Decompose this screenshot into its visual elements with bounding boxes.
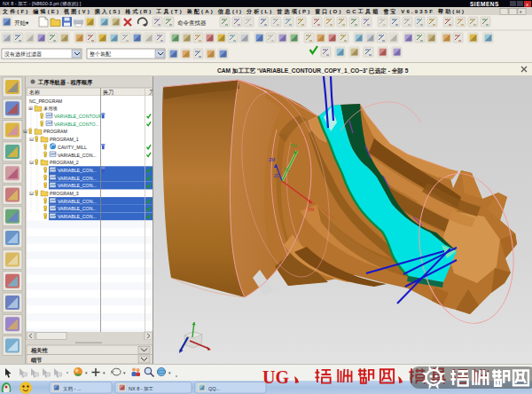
- svg-text:VARIABLE_CON...: VARIABLE_CON...: [58, 214, 97, 219]
- svg-text:⊟: ⊟: [23, 129, 27, 134]
- svg-text:PROGRAM_3: PROGRAM_3: [50, 191, 79, 196]
- svg-text:VARIABLE_CON...: VARIABLE_CON...: [58, 183, 97, 188]
- svg-text:ZC: ZC: [274, 174, 280, 178]
- svg-text:PROGRAM_2: PROGRAM_2: [50, 160, 79, 165]
- svg-text:ZM: ZM: [269, 157, 275, 162]
- svg-text:XM: XM: [308, 207, 315, 212]
- svg-text:换刀: 换刀: [103, 90, 113, 96]
- svg-text:文档 - ...: 文档 - ...: [63, 386, 82, 392]
- svg-text:相关性: 相关性: [30, 347, 48, 354]
- svg-text:NC_PROGRAM: NC_PROGRAM: [29, 98, 62, 104]
- svg-text:⊞: ⊞: [28, 106, 33, 111]
- svg-text:没有选择过滤器: 没有选择过滤器: [4, 51, 42, 58]
- svg-text:VARIABLE_CON...: VARIABLE_CON...: [58, 199, 97, 204]
- svg-text:NX 8 - 加工: NX 8 - 加工: [129, 386, 154, 391]
- svg-text:VARIABLE_CONTO...: VARIABLE_CONTO...: [54, 122, 99, 127]
- svg-text:VARIABLE_CON...: VARIABLE_CON...: [58, 206, 97, 211]
- svg-text:未用项: 未用项: [43, 106, 58, 112]
- svg-text:细节: 细节: [30, 357, 42, 364]
- svg-text:NX 8 - 加工 - [N8600-3.prt (修改的): NX 8 - 加工 - [N8600-3.prt (修改的) ]: [3, 1, 82, 7]
- svg-text:CAM 加工工艺 ‘VARIABLE_CONTOUR_COP: CAM 加工工艺 ‘VARIABLE_CONTOUR_COPY_1_CO~3’ …: [217, 67, 409, 75]
- svg-text:VARIABLE_CON...: VARIABLE_CON...: [58, 153, 97, 158]
- svg-text:VARIABLE_CON...: VARIABLE_CON...: [58, 168, 97, 173]
- svg-text:⊟: ⊟: [29, 160, 34, 165]
- svg-text:VARIABLE_CONTOUR: VARIABLE_CONTOUR: [54, 114, 102, 119]
- svg-text:⊟: ⊟: [29, 191, 34, 196]
- svg-text:命令查找器: 命令查找器: [177, 20, 207, 27]
- svg-text:QQ...: QQ...: [208, 386, 221, 391]
- svg-text:整个装配: 整个装配: [90, 51, 111, 58]
- svg-text:CAVITY_MILL: CAVITY_MILL: [58, 145, 87, 150]
- svg-text:开始▾: 开始▾: [14, 20, 29, 27]
- svg-text:YC: YC: [284, 168, 290, 172]
- svg-text:VARIABLE_CON...: VARIABLE_CON...: [58, 176, 97, 181]
- svg-text:UG: UG: [262, 367, 289, 387]
- svg-text:文件(F) 编辑(E) 视图(V) 插入(S) 格式(R): 文件(F) 编辑(E) 视图(V) 插入(S) 格式(R) 工具(T) 装配(A…: [2, 8, 464, 15]
- svg-text:x: x: [526, 2, 528, 7]
- svg-text:PROGRAM: PROGRAM: [43, 129, 67, 134]
- svg-text:工序导航器 - 程序顺序: 工序导航器 - 程序顺序: [37, 79, 93, 86]
- svg-text:PROGRAM_1: PROGRAM_1: [50, 137, 79, 142]
- svg-text:YM: YM: [290, 143, 297, 148]
- svg-text:⊟: ⊟: [29, 137, 34, 142]
- svg-text:名称: 名称: [29, 90, 40, 96]
- svg-text:SIEMENS: SIEMENS: [470, 1, 499, 7]
